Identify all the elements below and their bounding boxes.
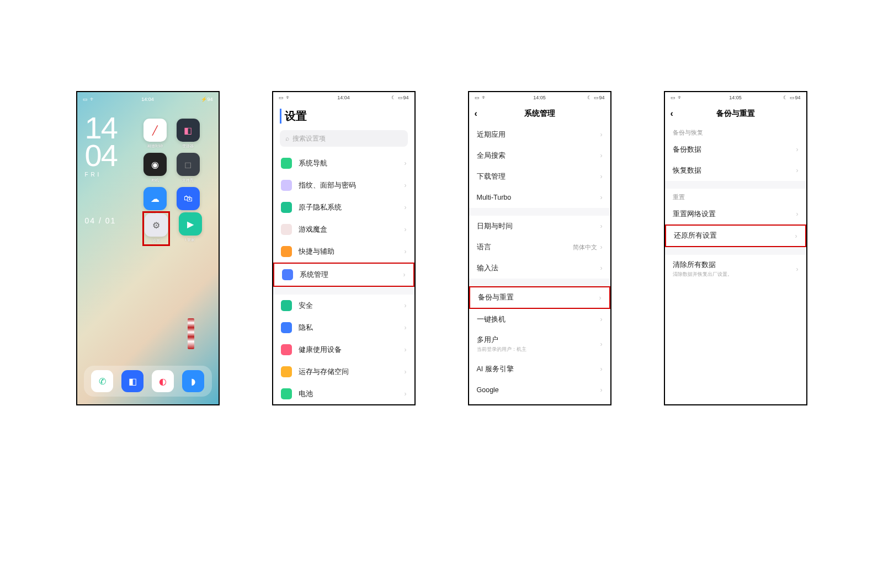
chevron-right-icon: › <box>600 152 603 159</box>
row-health[interactable]: 健康使用设备› <box>273 339 414 361</box>
chevron-right-icon: › <box>600 264 603 272</box>
back-button[interactable]: ‹ <box>475 109 477 119</box>
row-restore-all-settings[interactable]: 还原所有设置› <box>665 224 806 247</box>
status-bar: ▭ᯤ 14:04 ⚡94 <box>77 94 219 105</box>
chevron-right-icon: › <box>600 316 603 323</box>
app-camera[interactable]: ◉相机 <box>143 153 167 183</box>
status-bar: ▭ᯤ 14:05 ☾▭94 <box>665 92 806 103</box>
clock-minutes: 04 <box>85 142 117 169</box>
chevron-right-icon: › <box>795 232 797 240</box>
search-input[interactable]: ⌕ 搜索设置项 <box>280 130 408 147</box>
page-title: 系统管理 <box>524 109 555 119</box>
dock-phone[interactable]: ✆ <box>91 370 113 392</box>
row-privacy[interactable]: 隐私› <box>273 317 414 339</box>
row-date-time[interactable]: 日期与时间› <box>469 216 610 237</box>
row-erase-all-data[interactable]: 清除所有数据清除数据并恢复出厂设置。› <box>665 255 806 284</box>
sysman-list: 近期应用› 全局搜索› 下载管理› Multi-Turbo› 日期与时间› 语言… <box>469 124 610 400</box>
section-gap <box>665 247 806 255</box>
row-battery[interactable]: 电池› <box>273 383 414 405</box>
dock-music[interactable]: ◐ <box>152 370 174 392</box>
search-icon: ⌕ <box>285 135 289 142</box>
chevron-right-icon: › <box>405 346 407 354</box>
row-quick-assist[interactable]: 快捷与辅助› <box>273 240 414 263</box>
chevron-right-icon: › <box>600 222 603 230</box>
app-imanager[interactable]: ▶i 管家 <box>179 212 202 245</box>
home-wallpaper: ▭ᯤ 14:04 ⚡94 14 04 F R I 04 / 01 ╱精致时钟 ◧… <box>77 92 219 404</box>
status-time: 14:04 <box>77 97 219 102</box>
row-game-box[interactable]: 游戏魔盒› <box>273 218 414 240</box>
row-atom-privacy[interactable]: 原子隐私系统› <box>273 196 414 218</box>
chevron-right-icon: › <box>600 243 603 251</box>
settings-list: 系统导航› 指纹、面部与密码› 原子隐私系统› 游戏魔盒› 快捷与辅助› 系统管… <box>273 152 414 405</box>
row-download-manage[interactable]: 下载管理› <box>469 166 610 187</box>
chevron-right-icon: › <box>600 386 603 394</box>
chevron-right-icon: › <box>600 173 603 180</box>
row-reset-network[interactable]: 重置网络设置› <box>665 204 806 224</box>
row-recent-apps[interactable]: 近期应用› <box>469 124 610 145</box>
chevron-right-icon: › <box>600 340 603 348</box>
phone-system-manage: ▭ᯤ 14:05 ☾▭94 ‹ 系统管理 近期应用› 全局搜索› 下载管理› M… <box>468 91 611 405</box>
header: ‹ 备份与重置 <box>665 103 806 124</box>
row-system-manage[interactable]: 系统管理› <box>273 263 414 287</box>
row-security[interactable]: 安全› <box>273 295 414 317</box>
row-restore-data[interactable]: 恢复数据› <box>665 160 806 181</box>
section-gap <box>469 279 610 286</box>
dock-browser[interactable]: ◗ <box>182 370 204 392</box>
status-bar: ▭ᯤ 14:05 ☾▭94 <box>469 92 610 103</box>
row-backup-data[interactable]: 备份数据› <box>665 139 806 160</box>
dock-messages[interactable]: ◧ <box>121 370 143 392</box>
chevron-right-icon: › <box>405 248 407 255</box>
status-bar: ▭ᯤ 14:04 ☾▭94 <box>273 92 414 103</box>
home-date: 04 / 01 <box>85 216 116 225</box>
page-title: 设置 <box>280 109 408 124</box>
row-language[interactable]: 语言简体中文› <box>469 237 610 258</box>
dock: ✆ ◧ ◐ ◗ <box>84 366 212 397</box>
section-gap <box>273 287 414 295</box>
gear-icon: ⚙ <box>152 220 160 231</box>
header: ‹ 系统管理 <box>469 103 610 124</box>
row-multi-user[interactable]: 多用户当前登录的用户：机主› <box>469 330 610 359</box>
section-gap <box>469 208 610 216</box>
chevron-right-icon: › <box>600 131 603 138</box>
chevron-right-icon: › <box>600 365 603 373</box>
chevron-right-icon: › <box>796 210 799 218</box>
chevron-right-icon: › <box>796 265 799 273</box>
row-input-method[interactable]: 输入法› <box>469 258 610 279</box>
status-time: 14:05 <box>469 95 610 100</box>
chevron-right-icon: › <box>405 226 407 233</box>
section-backup-restore: 备份与恢复 <box>665 124 806 139</box>
status-time: 14:05 <box>665 95 806 100</box>
section-reset: 重置 <box>665 189 806 204</box>
app-files[interactable]: ◻文件库 <box>177 153 200 183</box>
row-backup-reset[interactable]: 备份与重置› <box>469 286 610 309</box>
chevron-right-icon: › <box>405 159 407 167</box>
row-ai-engine[interactable]: AI 服务引擎› <box>469 359 610 379</box>
home-clock: 14 04 F R I <box>85 114 117 177</box>
chevron-right-icon: › <box>405 302 407 309</box>
chevron-right-icon: › <box>405 324 407 332</box>
app-transformer[interactable]: ◧变形器 <box>177 119 200 149</box>
section-gap <box>665 181 806 189</box>
chevron-right-icon: › <box>405 390 407 398</box>
row-system-nav[interactable]: 系统导航› <box>273 152 414 174</box>
chevron-right-icon: › <box>403 271 406 279</box>
phone-home: ▭ᯤ 14:04 ⚡94 14 04 F R I 04 / 01 ╱精致时钟 ◧… <box>76 91 220 405</box>
lighthouse-decoration <box>188 318 194 349</box>
chevron-right-icon: › <box>796 146 799 153</box>
row-multi-turbo[interactable]: Multi-Turbo› <box>469 187 610 208</box>
chevron-right-icon: › <box>600 194 603 201</box>
row-fingerprint[interactable]: 指纹、面部与密码› <box>273 174 414 196</box>
chevron-right-icon: › <box>796 167 799 174</box>
app-clock[interactable]: ╱精致时钟 <box>143 119 167 149</box>
row-phone-clone[interactable]: 一键换机› <box>469 309 610 330</box>
back-button[interactable]: ‹ <box>671 109 673 119</box>
row-global-search[interactable]: 全局搜索› <box>469 145 610 166</box>
search-placeholder: 搜索设置项 <box>292 134 326 143</box>
phone-backup-reset: ▭ᯤ 14:05 ☾▭94 ‹ 备份与重置 备份与恢复 备份数据› 恢复数据› … <box>664 91 807 405</box>
page-title: 备份与重置 <box>716 109 755 119</box>
row-google[interactable]: Google› <box>469 379 610 400</box>
row-storage[interactable]: 运存与存储空间› <box>273 361 414 383</box>
chevron-right-icon: › <box>405 368 407 376</box>
status-time: 14:04 <box>273 95 414 100</box>
app-settings[interactable]: ⚙设置 <box>143 212 169 245</box>
